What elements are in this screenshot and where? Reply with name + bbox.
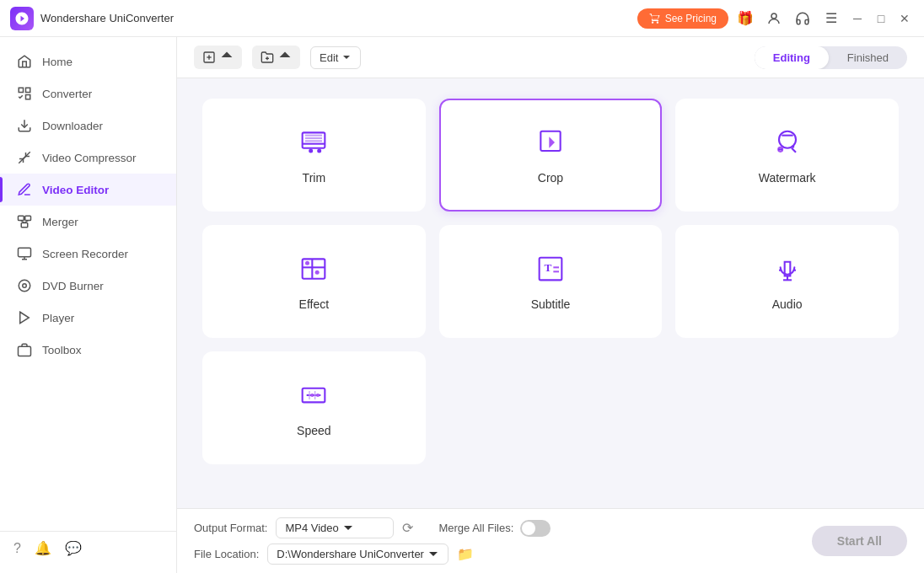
sidebar-item-player[interactable]: Player — [0, 302, 176, 334]
trim-label: Trim — [303, 171, 325, 185]
app-logo — [10, 7, 34, 30]
sidebar-item-toolbox[interactable]: Toolbox — [0, 334, 176, 366]
svg-rect-3 — [26, 95, 30, 99]
svg-point-43 — [315, 270, 320, 275]
svg-rect-7 — [19, 216, 24, 220]
svg-text:T: T — [544, 261, 551, 274]
title-bar: Wondershare UniConverter See Pricing 🎁 ☰… — [0, 0, 924, 37]
edit-dropdown[interactable]: Edit — [310, 46, 361, 69]
editor-grid-area: Trim Crop — [177, 78, 924, 508]
crop-card[interactable]: Crop — [439, 99, 663, 212]
bottom-bar: Output Format: MP4 Video ⟳ Merge All Fil… — [177, 508, 924, 573]
crop-icon — [534, 126, 567, 163]
effect-icon — [297, 252, 330, 289]
sidebar: Home Converter Downloader Video Compress… — [0, 37, 177, 573]
sidebar-item-screen-recorder[interactable]: Screen Recorder — [0, 238, 176, 270]
sidebar-item-downloader[interactable]: Downloader — [0, 110, 176, 142]
notification-icon[interactable]: 🔔 — [35, 540, 51, 556]
svg-rect-18 — [19, 346, 31, 356]
refresh-icon[interactable]: ⟳ — [402, 520, 413, 536]
watermark-card[interactable]: Watermark — [675, 99, 899, 212]
svg-marker-32 — [549, 137, 555, 147]
file-location-field: File Location: D:\Wondershare UniConvert… — [194, 544, 795, 565]
svg-point-26 — [309, 149, 313, 153]
file-location-select[interactable]: D:\Wondershare UniConverter — [267, 544, 449, 565]
main-content: Edit Editing Finished — [177, 37, 924, 573]
effect-label: Effect — [299, 297, 330, 311]
toolbar: Edit Editing Finished — [177, 37, 924, 78]
svg-point-27 — [317, 149, 321, 153]
sidebar-item-video-editor[interactable]: Video Editor — [0, 174, 176, 206]
svg-point-15 — [19, 280, 30, 292]
account-icon-button[interactable] — [762, 7, 786, 30]
gift-icon-button[interactable]: 🎁 — [733, 7, 757, 30]
audio-card[interactable]: Audio — [675, 225, 899, 338]
sidebar-item-dvd-burner[interactable]: DVD Burner — [0, 270, 176, 302]
app-title: Wondershare UniConverter — [40, 12, 637, 24]
maximize-button[interactable]: □ — [872, 9, 890, 28]
sidebar-item-home[interactable]: Home — [0, 46, 176, 78]
trim-icon — [297, 126, 330, 163]
file-location-label: File Location: — [194, 548, 259, 560]
subtitle-icon: T — [534, 252, 567, 289]
tab-toggle: Editing Finished — [755, 46, 907, 69]
headset-icon-button[interactable] — [791, 7, 814, 30]
editor-grid: Trim Crop — [202, 99, 899, 464]
svg-line-6 — [19, 157, 25, 163]
svg-rect-8 — [25, 216, 31, 220]
menu-icon-button[interactable]: ☰ — [819, 7, 843, 30]
sidebar-item-merger[interactable]: Merger — [0, 206, 176, 238]
minimize-button[interactable]: ─ — [848, 9, 867, 28]
speed-icon — [297, 378, 330, 415]
output-format-field: Output Format: MP4 Video ⟳ Merge All Fil… — [194, 517, 795, 538]
merge-all-label: Merge All Files: — [438, 522, 513, 534]
merge-all-toggle-group: Merge All Files: — [438, 520, 551, 537]
feedback-icon[interactable]: 💬 — [65, 540, 82, 556]
output-format-select[interactable]: MP4 Video — [276, 517, 394, 538]
svg-point-42 — [305, 261, 309, 265]
speed-card[interactable]: Speed — [202, 351, 426, 464]
sidebar-item-video-compressor[interactable]: Video Compressor — [0, 142, 176, 174]
subtitle-label: Subtitle — [531, 297, 571, 311]
svg-line-36 — [792, 148, 796, 153]
svg-point-0 — [771, 13, 776, 19]
output-format-label: Output Format: — [194, 522, 267, 534]
sidebar-item-converter[interactable]: Converter — [0, 78, 176, 110]
watermark-label: Watermark — [759, 171, 816, 185]
start-all-button[interactable]: Start All — [812, 526, 907, 556]
crop-label: Crop — [538, 171, 563, 185]
folder-open-icon[interactable]: 📁 — [457, 546, 474, 562]
audio-label: Audio — [772, 297, 803, 311]
sidebar-bottom: ? 🔔 💬 — [0, 531, 176, 565]
see-pricing-button[interactable]: See Pricing — [637, 8, 728, 29]
title-actions: See Pricing 🎁 ☰ ─ □ ✕ — [637, 7, 914, 30]
svg-marker-17 — [20, 312, 30, 324]
svg-rect-12 — [19, 248, 31, 257]
svg-point-54 — [311, 394, 314, 397]
svg-rect-9 — [21, 223, 28, 228]
watermark-icon — [771, 126, 804, 163]
finished-tab[interactable]: Finished — [829, 46, 907, 69]
editing-tab[interactable]: Editing — [755, 46, 829, 69]
add-folder-button[interactable] — [252, 46, 300, 69]
svg-rect-1 — [19, 88, 23, 92]
effect-card[interactable]: Effect — [202, 225, 426, 338]
subtitle-card[interactable]: T Subtitle — [439, 225, 663, 338]
help-icon[interactable]: ? — [13, 541, 21, 556]
add-file-button[interactable] — [194, 46, 242, 69]
trim-card[interactable]: Trim — [202, 99, 426, 212]
merge-all-toggle[interactable] — [520, 520, 551, 537]
close-button[interactable]: ✕ — [895, 9, 914, 28]
svg-rect-2 — [26, 88, 30, 92]
bottom-fields: Output Format: MP4 Video ⟳ Merge All Fil… — [194, 517, 795, 565]
svg-point-55 — [316, 394, 320, 397]
svg-point-16 — [23, 284, 27, 288]
speed-label: Speed — [297, 424, 330, 437]
audio-icon — [771, 252, 804, 289]
